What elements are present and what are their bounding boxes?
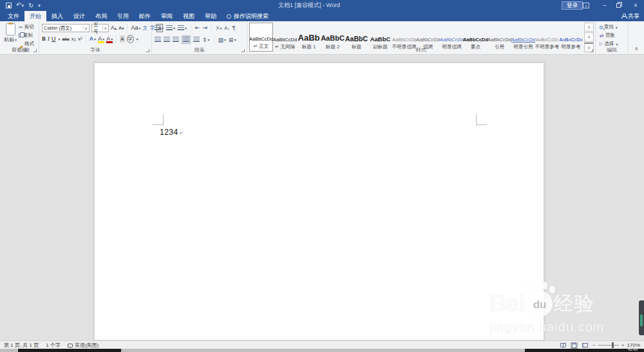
align-left-icon[interactable] bbox=[155, 37, 161, 43]
tab-insert[interactable]: 插入 bbox=[46, 11, 68, 21]
paw-icon: du bbox=[527, 291, 553, 317]
web-layout-button[interactable] bbox=[582, 342, 589, 349]
asian-layout-icon[interactable]: X▾ bbox=[216, 25, 222, 31]
copy-button[interactable]: 复制 bbox=[19, 32, 39, 39]
align-right-icon[interactable] bbox=[173, 37, 179, 43]
decrease-indent-icon[interactable]: ⇤ bbox=[195, 24, 200, 31]
borders-icon[interactable]: ⊞▾ bbox=[229, 37, 236, 43]
tab-design[interactable]: 设计 bbox=[68, 11, 90, 21]
restore-button[interactable] bbox=[616, 3, 621, 8]
line-spacing-icon[interactable]: ⇕▾ bbox=[202, 37, 210, 43]
superscript-button[interactable]: x² bbox=[78, 35, 82, 43]
share-button[interactable]: 共享 bbox=[621, 11, 639, 21]
bullets-icon[interactable]: ▾ bbox=[155, 25, 164, 31]
character-shading-button[interactable]: A bbox=[120, 35, 124, 43]
tab-review[interactable]: 审阅 bbox=[156, 11, 178, 21]
grow-font-button[interactable]: A▴ bbox=[111, 24, 117, 32]
replace-button[interactable]: ⇄替换 bbox=[600, 32, 618, 39]
undo-icon[interactable]: ↶▾ bbox=[16, 2, 24, 9]
zoom-in-button[interactable]: + bbox=[621, 342, 625, 348]
document-area: 1234↵ Bai du 经验 jingyan.baidu.com bbox=[0, 55, 644, 340]
font-name-combobox[interactable]: Calibri (西文)∨ bbox=[42, 24, 90, 32]
word-count-status[interactable]: 1 个字 bbox=[46, 342, 61, 349]
sort-icon[interactable]: A↓ bbox=[225, 26, 230, 30]
redo-icon[interactable]: ↻ bbox=[28, 3, 33, 9]
cursor-icon: ▷ bbox=[600, 41, 603, 46]
multilevel-list-icon[interactable]: ▾ bbox=[178, 25, 187, 31]
numbering-icon[interactable]: ▾ bbox=[166, 25, 175, 31]
style-gallery-up-icon[interactable]: ∧ bbox=[584, 23, 594, 32]
document-page[interactable]: 1234↵ bbox=[94, 63, 544, 340]
person-icon bbox=[621, 14, 626, 19]
tell-me-search[interactable]: 操作说明搜索 bbox=[222, 11, 274, 21]
editing-group-label: 编辑 bbox=[596, 46, 628, 54]
subscript-button[interactable]: x₂ bbox=[71, 35, 76, 43]
bold-button[interactable]: B bbox=[42, 35, 46, 43]
editing-group: 查找▾ ⇄替换 ▷选择▾ 编辑 bbox=[596, 21, 629, 54]
font-size-combobox[interactable]: 五号∨ bbox=[91, 24, 109, 32]
phonetic-guide-icon[interactable]: 文 bbox=[142, 24, 147, 32]
highlight-color-button[interactable]: A▾ bbox=[98, 35, 104, 43]
font-dialog-launcher[interactable] bbox=[146, 49, 149, 52]
paragraph-dialog-launcher[interactable] bbox=[242, 49, 245, 52]
baidu-watermark: Bai du 经验 jingyan.baidu.com bbox=[489, 290, 638, 335]
share-label: 共享 bbox=[628, 12, 639, 21]
distribute-icon[interactable] bbox=[193, 37, 200, 43]
video-timestamp: 45:48 bbox=[628, 347, 638, 351]
watermark-brand: Bai bbox=[489, 290, 526, 317]
change-case-button[interactable]: Aa▾ bbox=[131, 24, 140, 32]
proofing-status[interactable]: 英语(美国) bbox=[68, 342, 99, 349]
paste-button[interactable]: 粘贴▾ bbox=[3, 23, 17, 43]
shading-icon[interactable]: ▨▾ bbox=[218, 37, 227, 43]
zoom-out-button[interactable]: − bbox=[592, 342, 596, 348]
margin-cropmark-left bbox=[153, 114, 164, 125]
clipboard-icon bbox=[6, 23, 15, 35]
zoom-slider[interactable] bbox=[598, 345, 619, 346]
clipboard-dialog-launcher[interactable] bbox=[33, 49, 37, 52]
quick-access-toolbar: ↶▾ ↻ ▾ bbox=[0, 2, 41, 9]
ribbon-display-options-icon[interactable]: ∧ bbox=[583, 3, 589, 8]
italic-button[interactable]: I bbox=[48, 35, 50, 43]
text-effects-button[interactable]: A▾ bbox=[90, 35, 97, 43]
show-marks-icon[interactable]: ¶ bbox=[232, 24, 236, 31]
print-layout-icon bbox=[572, 343, 576, 348]
tab-layout[interactable]: 布局 bbox=[90, 11, 112, 21]
increase-indent-icon[interactable]: ⇥ bbox=[203, 24, 208, 31]
tab-file[interactable]: 文件 bbox=[3, 11, 24, 21]
ribbon-end: ∧ bbox=[629, 21, 643, 54]
minimize-button[interactable]: − bbox=[598, 0, 612, 11]
collapse-ribbon-icon[interactable]: ∧ bbox=[634, 46, 638, 52]
tab-help[interactable]: 帮助 bbox=[200, 11, 222, 21]
underline-button[interactable]: U bbox=[52, 35, 56, 43]
tab-home[interactable]: 开始 bbox=[24, 11, 46, 21]
justify-icon[interactable] bbox=[182, 35, 191, 44]
sign-in-button[interactable]: 登录 bbox=[562, 1, 583, 10]
zoom-slider-thumb[interactable] bbox=[612, 342, 614, 348]
enclose-characters-button[interactable]: 字 bbox=[127, 35, 134, 43]
print-layout-button[interactable] bbox=[571, 342, 578, 349]
read-mode-button[interactable] bbox=[560, 342, 567, 349]
tab-view[interactable]: 视图 bbox=[178, 11, 200, 21]
strikethrough-button[interactable]: abc bbox=[62, 35, 70, 43]
paragraph-group-label: 段落 bbox=[152, 46, 247, 54]
title-bar: ↶▾ ↻ ▾ 文档1 [兼容模式] - Word 登录 ∧ − × bbox=[0, 0, 644, 11]
save-icon[interactable] bbox=[6, 3, 12, 8]
web-layout-icon bbox=[582, 343, 588, 347]
clipboard-group-label: 剪贴板 bbox=[0, 46, 39, 54]
align-center-icon[interactable] bbox=[164, 37, 170, 43]
shrink-font-button[interactable]: A▾ bbox=[118, 24, 124, 32]
margin-cropmark-right bbox=[476, 114, 487, 125]
font-color-button[interactable]: A▾ bbox=[106, 35, 113, 43]
video-progress-segment bbox=[525, 349, 644, 352]
page-number-status[interactable]: 第 1 页, 共 1 页 bbox=[4, 342, 39, 349]
styles-dialog-launcher[interactable] bbox=[590, 49, 593, 52]
document-text[interactable]: 1234↵ bbox=[160, 128, 184, 137]
tab-mailings[interactable]: 邮件 bbox=[134, 11, 156, 21]
style-gallery-down-icon[interactable]: ∨ bbox=[584, 32, 594, 41]
find-button[interactable]: 查找▾ bbox=[600, 24, 618, 30]
customize-qat-icon[interactable]: ▾ bbox=[38, 3, 41, 9]
cut-button[interactable]: ✂剪切 bbox=[19, 24, 39, 30]
close-button[interactable]: × bbox=[629, 0, 643, 11]
proofing-book-icon bbox=[68, 344, 73, 347]
tab-references[interactable]: 引用 bbox=[112, 11, 134, 21]
